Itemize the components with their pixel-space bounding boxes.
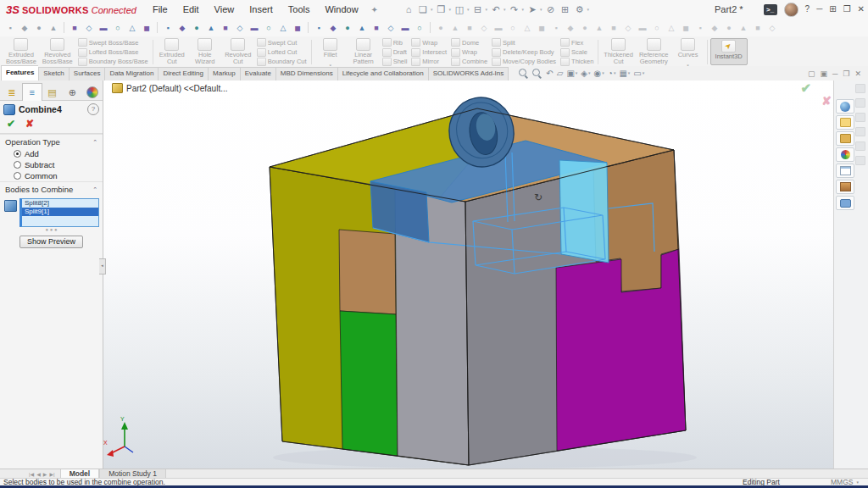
body-purple-face[interactable] — [556, 249, 686, 451]
radio-subtract[interactable]: Subtract — [0, 159, 103, 170]
new-document-icon[interactable]: ❏ — [416, 3, 430, 16]
show-preview-button[interactable]: Show Preview — [19, 236, 83, 248]
convert-entities-icon[interactable]: ● — [190, 21, 203, 34]
menu-view[interactable]: View — [207, 0, 242, 19]
ribbon-button-swept-boss-base[interactable]: Swept Boss/Base — [78, 38, 148, 47]
radio-common[interactable]: Common — [0, 170, 103, 181]
tab-evaluate[interactable]: Evaluate — [240, 67, 275, 80]
ribbon-button-extruded-cut[interactable]: ExtrudedCut — [156, 37, 188, 67]
menu-file[interactable]: File — [145, 0, 175, 19]
ribbon-button-scale[interactable]: Scale — [560, 48, 593, 57]
tab-lifecycle-and-collaboration[interactable]: Lifecycle and Collaboration — [337, 67, 428, 80]
last-tab-button[interactable]: ▶| — [49, 471, 54, 477]
caret-down-icon[interactable]: ▾ — [614, 66, 616, 80]
window-right-icon[interactable]: ▣ — [820, 69, 827, 78]
sketch-fillet-icon[interactable]: ▪ — [161, 21, 175, 34]
previous-view-icon[interactable]: ↶ — [546, 66, 553, 80]
cancel-button[interactable] — [25, 118, 34, 130]
quick-snaps-icon[interactable]: △ — [276, 21, 290, 34]
radio-button[interactable] — [14, 172, 21, 180]
ok-button[interactable] — [7, 118, 15, 130]
task-pane-tab-custom-properties[interactable] — [836, 164, 854, 178]
confirmation-cancel-icon[interactable] — [821, 94, 832, 108]
axis-icon[interactable]: ◆ — [326, 21, 340, 34]
exploded-view-icon[interactable]: ◆ — [564, 21, 577, 34]
flow-simulation-icon[interactable]: ◆ — [708, 21, 721, 34]
measure-icon[interactable]: ◇ — [384, 21, 398, 34]
section-view-icon[interactable]: ▱ — [557, 66, 564, 80]
explode-line-sketch-icon[interactable]: ● — [578, 21, 592, 34]
ribbon-button-rib[interactable]: Rib — [382, 38, 408, 47]
pin-menu-icon[interactable]: ✦ — [371, 5, 378, 14]
simulation-icon[interactable]: ▪ — [693, 21, 707, 34]
ribbon-button-boundary-cut[interactable]: Boundary Cut — [257, 58, 307, 66]
task-pane-tab-3dexperience[interactable] — [836, 99, 854, 114]
tab-features[interactable]: Features — [1, 65, 38, 80]
design-binder-icon[interactable]: ⊞ — [559, 3, 572, 16]
offset-entities-icon[interactable]: ▲ — [204, 21, 218, 34]
linear-sketch-pattern-icon[interactable]: ◇ — [233, 21, 247, 34]
help-icon[interactable]: ? — [87, 103, 99, 115]
group-operation-type[interactable]: Operation Type ⌃ — [0, 134, 103, 148]
body-green-face[interactable] — [340, 311, 398, 456]
linear-component-pattern-icon[interactable]: ■ — [463, 21, 476, 34]
apply-scene-icon[interactable]: ▦▾ — [619, 66, 630, 80]
restore-icon[interactable]: ❐ — [843, 0, 851, 19]
tab-markup[interactable]: Markup — [208, 67, 240, 80]
filter-edges-icon[interactable]: ● — [32, 21, 46, 34]
display-delete-relations-icon[interactable]: ▬ — [248, 21, 261, 34]
redo-icon[interactable]: ↷ — [508, 3, 521, 16]
view-settings-icon[interactable]: ▭▾ — [633, 66, 644, 80]
hide-show-items-icon[interactable]: ◉▾ — [594, 66, 604, 80]
panel-collapse-handle[interactable]: ◂ — [99, 258, 106, 274]
user-avatar[interactable] — [784, 3, 798, 17]
previous-tab-button[interactable]: ◀ — [36, 471, 41, 477]
view-orientation-icon[interactable]: ▣▾ — [566, 66, 577, 80]
ribbon-button-instant3d[interactable]: Instant3D — [713, 39, 745, 64]
ribbon-button-lofted-boss-base[interactable]: Lofted Boss/Base — [78, 48, 148, 57]
costing-icon[interactable]: ▲ — [737, 21, 750, 34]
open-icon[interactable]: ❒ — [435, 3, 448, 16]
tab-surfaces[interactable]: Surfaces — [69, 67, 105, 80]
mirror-entities-icon[interactable]: ■ — [219, 21, 232, 34]
caret-down-icon[interactable]: ▾ — [449, 7, 452, 12]
interference-detection-icon[interactable]: ▲ — [593, 21, 606, 34]
smart-fasteners-icon[interactable]: ◇ — [477, 21, 491, 34]
radio-button[interactable] — [14, 161, 21, 169]
trim-entities-icon[interactable]: ◆ — [175, 21, 189, 34]
caret-down-icon[interactable]: ▾ — [431, 7, 433, 12]
task-pane-tab-design-library[interactable] — [836, 131, 854, 146]
menu-tools[interactable]: Tools — [281, 0, 318, 19]
manager-tab-property-manager[interactable]: ≡ — [22, 83, 42, 101]
hole-alignment-icon[interactable]: ◇ — [621, 21, 635, 34]
assembly-features-icon[interactable]: △ — [520, 21, 534, 34]
ribbon-button-delete-keep-body[interactable]: Delete/Keep Body — [492, 48, 556, 57]
tab-solidworks-add-ins[interactable]: SOLIDWORKS Add-Ins — [428, 67, 509, 80]
viewport-3d[interactable]: ↻ X Y Part2 (Default) <<Default... — [103, 80, 833, 469]
assembly-visualization-icon[interactable]: ▬ — [636, 21, 649, 34]
radio-button[interactable] — [14, 150, 21, 158]
ribbon-button-fillet[interactable]: Fillet — [314, 37, 347, 67]
radio-add[interactable]: Add — [0, 148, 103, 159]
zoom-to-area-icon[interactable] — [532, 69, 542, 78]
curvature-check-icon[interactable]: △ — [665, 21, 678, 34]
move-component-icon[interactable]: ▬ — [492, 21, 505, 34]
repair-sketch-icon[interactable]: ○ — [262, 21, 275, 34]
ribbon-button-thickened-cut[interactable]: ThickenedCut — [601, 37, 636, 67]
caret-down-icon[interactable]: ▾ — [628, 66, 631, 80]
ribbon-button-flex[interactable]: Flex — [560, 38, 593, 47]
smart-dimension-icon[interactable]: ◇ — [82, 21, 96, 34]
caret-down-icon[interactable]: ▾ — [643, 66, 645, 80]
ribbon-button-curves[interactable]: Curves — [672, 37, 704, 67]
new-motion-study-icon[interactable]: ◼ — [535, 21, 548, 34]
minimize-icon[interactable]: ─ — [816, 0, 822, 19]
layout-switch-icon[interactable]: ⊞ — [829, 0, 836, 19]
first-tab-button[interactable]: |◀ — [29, 471, 34, 477]
rapid-sketch-icon[interactable]: ◼ — [291, 21, 304, 34]
menu-window[interactable]: Window — [317, 0, 365, 19]
ribbon-button-dome[interactable]: Dome — [451, 38, 487, 47]
body-brown-left-face[interactable] — [339, 230, 396, 314]
select-icon[interactable]: ➤ — [526, 3, 539, 16]
line-icon[interactable]: ▬ — [97, 21, 110, 34]
plane-icon[interactable]: ▪ — [312, 21, 326, 34]
